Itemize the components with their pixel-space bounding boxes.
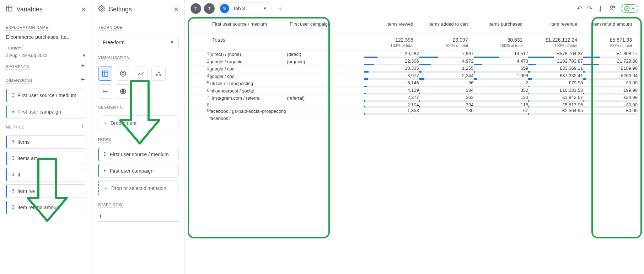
totals-item-refund: £5,871.33100% of total bbox=[583, 33, 638, 51]
totals-item-revenue: £1,226,112.24100% of total bbox=[528, 33, 583, 51]
col-item-revenue[interactable]: Item revenue bbox=[528, 17, 583, 33]
chip-item-rev[interactable]: ⠿Item rev bbox=[6, 184, 86, 198]
svg-point-3 bbox=[101, 8, 103, 10]
table-row[interactable]: 3google / cpc10,3351,255659£33,069.11£18… bbox=[191, 65, 638, 73]
drag-handle-icon: ⠿ bbox=[11, 93, 15, 98]
close-icon[interactable]: ✕ bbox=[173, 6, 179, 13]
table-row[interactable]: 82,104394118£5,817.96£0.00 bbox=[191, 102, 638, 107]
exploration-name[interactable]: E-commerce purchases: Ite... bbox=[6, 34, 86, 40]
chip-first-user-campaign[interactable]: ⠿First user campaign bbox=[98, 164, 179, 178]
tab-1-button[interactable]: T bbox=[190, 3, 201, 14]
plus-icon: ＋ bbox=[103, 120, 108, 126]
table-row[interactable]: 5TikTok / I-prospecting6,146862£79.98£0.… bbox=[191, 80, 638, 88]
viz-bar-button[interactable] bbox=[98, 84, 112, 99]
chip-items[interactable]: ⠿Items bbox=[6, 135, 86, 149]
viz-scatter-button[interactable] bbox=[151, 67, 166, 81]
dimensions-label: DIMENSIONS bbox=[6, 78, 32, 84]
download-icon[interactable]: ⭳ bbox=[597, 5, 604, 12]
metrics-label: METRICS bbox=[6, 125, 25, 130]
data-table: First user source / medium First user ca… bbox=[191, 17, 638, 122]
chip-first-user-source-medium[interactable]: ⠿First user source / medium bbox=[98, 148, 179, 161]
drag-handle-icon: ⠿ bbox=[11, 156, 15, 161]
date-range-picker[interactable]: 2 Aug - 29 Aug 2023 ▼ bbox=[6, 53, 86, 58]
undo-icon[interactable]: ↶ bbox=[577, 5, 582, 12]
variables-icon bbox=[6, 5, 13, 14]
add-tab-button[interactable]: ＋ bbox=[274, 3, 286, 14]
svg-point-16 bbox=[610, 6, 613, 8]
redo-icon[interactable]: ↷ bbox=[587, 5, 592, 12]
col-first-user-source-medium[interactable]: First user source / medium bbox=[209, 17, 287, 33]
main-area: T T ✎ Tab 3 ▼ ＋ ↶ ↷ ⭳ ▼ bbox=[185, 0, 644, 274]
start-row-input[interactable] bbox=[98, 211, 179, 222]
drag-handle-icon: ⠿ bbox=[11, 109, 15, 115]
viz-donut-button[interactable] bbox=[116, 67, 130, 81]
chip-first-user-source-medium[interactable]: ⠿First user source / medium bbox=[6, 89, 86, 102]
svg-point-7 bbox=[120, 71, 126, 77]
pencil-icon: ✎ bbox=[220, 4, 229, 13]
segment-comp-label: SEGMENT C bbox=[98, 105, 123, 110]
settings-title: Settings bbox=[109, 6, 132, 13]
toolbar: T T ✎ Tab 3 ▼ ＋ ↶ ↷ ⭳ ▼ bbox=[185, 0, 644, 17]
col-items-purchased[interactable]: Items purchased bbox=[474, 17, 528, 33]
chevron-down-icon[interactable]: ▼ bbox=[263, 6, 269, 11]
technique-label: TECHNIQUE bbox=[98, 25, 123, 31]
date-preset-chip[interactable]: Custom bbox=[6, 45, 24, 51]
viz-table-button[interactable] bbox=[98, 67, 112, 81]
svg-point-10 bbox=[159, 72, 160, 73]
chip-label: It bbox=[17, 172, 20, 178]
share-icon[interactable] bbox=[609, 4, 616, 13]
chip-label: First user source / medium bbox=[17, 93, 76, 98]
drag-handle-icon: ⠿ bbox=[11, 139, 15, 145]
chip-label: Items bbox=[17, 139, 29, 145]
table-row[interactable]: facebook / bbox=[191, 115, 638, 122]
chip-first-user-campaign[interactable]: ⠿First user campaign bbox=[6, 105, 86, 118]
variables-panel: Variables ✕ EXPLORATION NAME: E-commerce… bbox=[0, 0, 92, 274]
date-range-value: 2 Aug - 29 Aug 2023 bbox=[6, 53, 48, 58]
svg-point-11 bbox=[160, 74, 161, 75]
add-segment-button[interactable]: ＋ bbox=[79, 62, 86, 69]
table-row[interactable]: 7l.instagram.com / referral(referral)2,3… bbox=[191, 95, 638, 102]
technique-value: Free-form bbox=[103, 39, 124, 45]
drag-handle-icon: ⠿ bbox=[103, 152, 107, 157]
table-row[interactable]: 1(direct) / (none)(direct)29,2877,96714,… bbox=[191, 51, 638, 58]
tab-active[interactable]: ✎ Tab 3 ▼ bbox=[218, 2, 272, 15]
svg-rect-0 bbox=[7, 6, 12, 11]
chip-item-refund-amount[interactable]: ⠿Item refund amount bbox=[6, 201, 86, 214]
chip-label: Items art bbox=[17, 156, 37, 161]
chip-label: Item rev bbox=[17, 188, 36, 194]
col-items-viewed[interactable]: Items viewed bbox=[364, 17, 419, 33]
drop-dimension-zone[interactable]: ＋ Drop or select dimension bbox=[98, 180, 179, 196]
drag-handle-icon: ⠿ bbox=[103, 168, 107, 174]
svg-point-9 bbox=[156, 74, 157, 75]
add-metric-button[interactable]: ＋ bbox=[79, 122, 86, 129]
plus-icon: ＋ bbox=[103, 185, 108, 191]
chevron-down-icon: ▼ bbox=[82, 53, 86, 58]
start-row-label: START ROW bbox=[98, 202, 123, 208]
variables-title: Variables bbox=[16, 6, 43, 13]
data-table-wrap: First user source / medium First user ca… bbox=[185, 17, 644, 274]
chevron-down-icon: ▼ bbox=[170, 40, 174, 45]
add-dimension-button[interactable]: ＋ bbox=[79, 75, 86, 83]
viz-line-button[interactable] bbox=[134, 67, 148, 81]
drag-handle-icon: ⠿ bbox=[11, 205, 15, 210]
col-first-user-campaign[interactable]: First user campaign bbox=[287, 17, 364, 33]
technique-dropdown[interactable]: Free-form ▼ bbox=[98, 36, 179, 49]
status-check-button[interactable]: ▼ bbox=[621, 4, 638, 13]
chip-it[interactable]: ⠿It bbox=[6, 168, 86, 181]
visualisation-label: VISUALISATION bbox=[98, 56, 130, 61]
table-row[interactable]: 2google / organic(organic)22,3064,9724,4… bbox=[191, 58, 638, 65]
table-row[interactable]: 6influencerpost / social4,129384352£10,2… bbox=[191, 87, 638, 95]
svg-point-8 bbox=[122, 73, 124, 75]
table-row[interactable]: 9facebook / gs-paid-social-prospecting1,… bbox=[191, 107, 638, 115]
close-icon[interactable]: ✕ bbox=[81, 6, 86, 13]
chip-items-art[interactable]: ⠿Items art bbox=[6, 152, 86, 165]
drop-segment-zone[interactable]: ＋ Drop gment bbox=[98, 115, 179, 131]
chip-label: First user campaign bbox=[110, 168, 154, 174]
col-items-added-to-cart[interactable]: Items added to cart bbox=[419, 17, 474, 33]
viz-geo-button[interactable] bbox=[116, 84, 130, 99]
table-row[interactable]: 4google / cpc8,9172,2441,998£87,332.41£2… bbox=[191, 73, 638, 80]
exploration-name-label: EXPLORATION NAME: bbox=[6, 25, 50, 31]
col-item-refund-amount[interactable]: Item refund amount bbox=[583, 17, 638, 33]
settings-panel: Settings ✕ TECHNIQUE Free-form ▼ VISUALI… bbox=[92, 0, 185, 274]
tab-2-button[interactable]: T bbox=[204, 3, 215, 14]
